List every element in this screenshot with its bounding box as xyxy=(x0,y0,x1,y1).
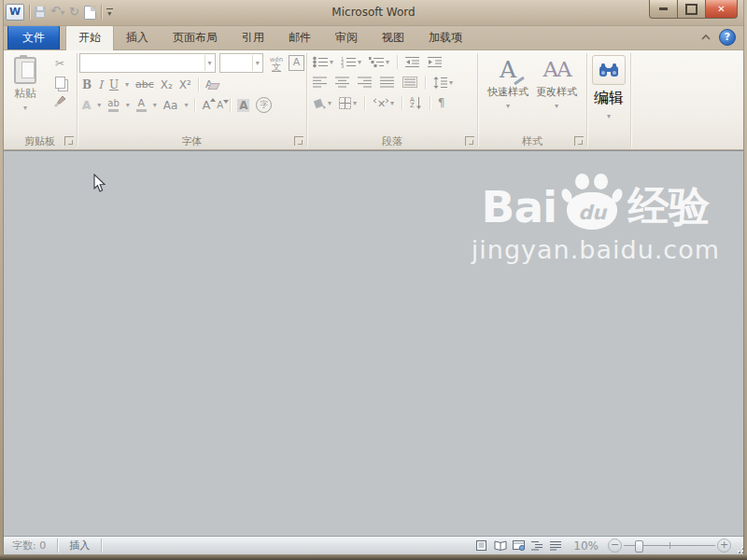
title-bar: Microsoft Word W ↶▾ ↻ ▾ xyxy=(0,0,747,26)
new-document-icon[interactable] xyxy=(84,6,96,20)
collapse-ribbon-icon[interactable] xyxy=(700,34,712,41)
strikethrough-button[interactable]: abc xyxy=(135,78,154,91)
word-app-icon[interactable]: W xyxy=(6,4,24,21)
justify-icon[interactable] xyxy=(380,77,395,88)
borders-icon[interactable]: ▾ xyxy=(339,97,357,109)
paragraph-group-label: 段落 xyxy=(382,134,402,148)
text-effects-icon[interactable]: A xyxy=(82,99,91,112)
shading-icon[interactable]: ▾ xyxy=(313,97,331,109)
align-left-icon[interactable] xyxy=(313,77,328,88)
enclose-characters-icon[interactable]: 字 xyxy=(256,97,272,113)
italic-button[interactable]: I xyxy=(98,78,103,91)
group-font: ▾ ▾ wén 文 A B I U ▾ abc X₂ X² A A▾ xyxy=(78,50,306,149)
maximize-button[interactable] xyxy=(678,0,705,19)
font-color-icon[interactable]: A xyxy=(136,99,147,112)
font-size-combobox[interactable]: ▾ xyxy=(219,53,263,73)
numbering-icon[interactable]: 123▾ xyxy=(341,56,361,68)
document-area[interactable]: Bai du 经验 jingyan.baidu.com xyxy=(3,150,744,537)
redo-icon[interactable]: ↻ xyxy=(69,6,79,19)
word-count[interactable]: 字数: 0 xyxy=(7,539,51,553)
tab-page-layout[interactable]: 页面布局 xyxy=(161,26,230,50)
save-icon[interactable] xyxy=(35,7,46,18)
decrease-indent-icon[interactable] xyxy=(405,56,420,68)
zoom-level[interactable]: 10% xyxy=(573,539,599,553)
paste-button[interactable]: 粘贴 ▾ xyxy=(5,53,46,133)
tab-addins[interactable]: 加载项 xyxy=(416,26,474,50)
group-separator xyxy=(630,53,631,147)
svg-text:✕: ✕ xyxy=(377,98,386,109)
watermark-du-text: du xyxy=(562,202,622,224)
change-case-icon[interactable]: Aa xyxy=(163,99,178,112)
align-right-icon[interactable] xyxy=(358,77,373,88)
change-styles-icon: AA xyxy=(543,57,570,82)
mouse-cursor xyxy=(93,174,106,193)
tab-insert[interactable]: 插入 xyxy=(114,26,161,50)
close-button[interactable]: ✕ xyxy=(705,0,738,19)
tab-references[interactable]: 引用 xyxy=(230,26,276,50)
tab-home[interactable]: 开始 xyxy=(65,25,114,50)
svg-text:3: 3 xyxy=(341,63,344,68)
cut-icon[interactable]: ✂ xyxy=(51,56,68,71)
tab-file[interactable]: 文件 xyxy=(7,25,60,50)
paste-dropdown-icon[interactable]: ▾ xyxy=(23,104,27,112)
character-shading-icon[interactable]: A xyxy=(237,99,249,112)
window-frame-right xyxy=(743,0,747,560)
insert-mode-indicator[interactable]: 插入 xyxy=(63,539,95,553)
baidu-jingyan-watermark: Bai du 经验 jingyan.baidu.com xyxy=(472,174,720,264)
increase-indent-icon[interactable] xyxy=(428,56,443,68)
quick-styles-button[interactable]: A 快速样式 ▾ xyxy=(487,53,529,133)
outline-view-icon[interactable] xyxy=(529,539,545,553)
web-layout-view-icon[interactable] xyxy=(511,539,527,553)
tab-mailings[interactable]: 邮件 xyxy=(276,26,323,50)
asian-layout-icon[interactable]: ✕▾ xyxy=(373,97,394,109)
paste-icon xyxy=(14,57,36,84)
zoom-slider-thumb[interactable] xyxy=(635,540,643,553)
bullets-icon[interactable]: ▾ xyxy=(313,56,333,68)
clear-formatting-icon[interactable]: A xyxy=(205,78,213,91)
phonetic-guide-icon[interactable]: wén 文 xyxy=(270,57,283,70)
customize-qat-button[interactable]: ▾ xyxy=(106,8,113,16)
show-hide-marks-icon[interactable]: ¶ xyxy=(438,96,445,109)
tab-view[interactable]: 视图 xyxy=(370,26,416,50)
zoom-in-icon[interactable]: + xyxy=(717,539,731,553)
underline-button[interactable]: U xyxy=(109,78,119,91)
highlight-color-icon[interactable]: ab xyxy=(107,99,119,112)
copy-icon[interactable] xyxy=(51,75,68,90)
help-icon[interactable]: ? xyxy=(719,29,736,46)
font-dialog-launcher[interactable] xyxy=(294,136,303,146)
clipboard-dialog-launcher[interactable] xyxy=(64,136,74,146)
tab-review[interactable]: 审阅 xyxy=(323,26,370,50)
zoom-out-icon[interactable]: − xyxy=(608,539,622,553)
undo-icon[interactable]: ↶▾ xyxy=(50,5,64,20)
font-name-combobox[interactable]: ▾ xyxy=(79,53,216,73)
edit-button[interactable]: 编辑 ▾ xyxy=(592,53,626,133)
styles-group-label: 样式 xyxy=(522,134,543,148)
underline-dropdown-icon[interactable]: ▾ xyxy=(125,80,129,89)
minimize-button[interactable] xyxy=(649,0,678,19)
watermark-bai-text: Bai xyxy=(482,185,557,230)
font-group-label: 字体 xyxy=(182,134,203,148)
qat-separator xyxy=(101,5,102,20)
bold-button[interactable]: B xyxy=(82,78,92,91)
group-paragraph: ▾ 123▾ ▾ xyxy=(307,50,477,149)
multilevel-list-icon[interactable]: ▾ xyxy=(369,56,389,68)
change-styles-button[interactable]: AA 更改样式 ▾ xyxy=(536,53,577,133)
format-painter-icon[interactable] xyxy=(51,93,68,108)
window-frame-left xyxy=(0,0,4,560)
distribute-icon[interactable] xyxy=(402,77,417,88)
superscript-button[interactable]: X² xyxy=(179,78,191,91)
sort-icon[interactable]: AZ xyxy=(410,97,422,109)
styles-dialog-launcher[interactable] xyxy=(574,136,584,146)
group-styles: A 快速样式 ▾ AA 更改样式 ▾ 样式 xyxy=(478,50,586,149)
shrink-font-icon[interactable]: A xyxy=(217,100,223,110)
zoom-slider: − + xyxy=(608,539,731,553)
subscript-button[interactable]: X₂ xyxy=(161,78,173,91)
grow-font-icon[interactable]: A xyxy=(202,98,210,112)
print-layout-view-icon[interactable] xyxy=(473,539,489,553)
align-center-icon[interactable] xyxy=(335,77,350,88)
fullscreen-reading-view-icon[interactable] xyxy=(492,539,508,553)
paragraph-dialog-launcher[interactable] xyxy=(465,136,474,146)
line-spacing-icon[interactable]: ▾ xyxy=(433,77,453,89)
draft-view-icon[interactable] xyxy=(548,539,564,553)
character-border-icon[interactable]: A xyxy=(289,55,304,71)
